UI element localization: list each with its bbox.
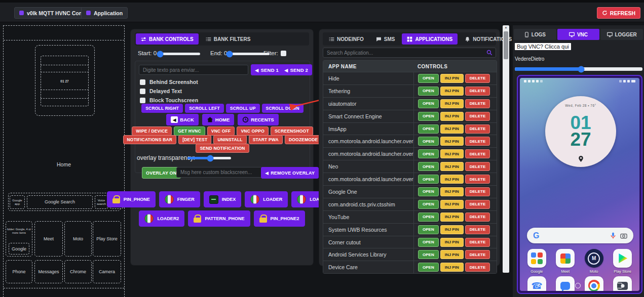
delete-button[interactable]: DELETE (465, 124, 490, 134)
open-button[interactable]: OPEN (418, 175, 439, 184)
wireframe-voice-search[interactable]: Voice search (95, 195, 108, 209)
open-button[interactable]: OPEN (418, 250, 439, 259)
delete-button[interactable]: DELETE (465, 225, 490, 234)
clock-widget[interactable]: Wed, Feb 28 • 76° 01 27 (545, 96, 616, 167)
inj-pin-button[interactable]: INJ PIN (440, 162, 464, 171)
delete-button[interactable]: DELETE (465, 200, 490, 209)
scroll-up-button[interactable]: SCROLL UP (226, 104, 260, 113)
wireframe-google-search[interactable]: Google Search (27, 195, 93, 209)
checkbox-block-touchscreen[interactable] (140, 98, 145, 103)
finger-button[interactable]: FINGER (159, 191, 200, 207)
lens-camera-icon[interactable] (620, 233, 627, 239)
doozemode-button[interactable]: DOOZEMODE (285, 135, 322, 144)
delete-button[interactable]: DELETE (465, 137, 490, 146)
app-google-folder[interactable]: Google (525, 249, 548, 274)
notifications-bar-button[interactable]: NOTIFICATIONS BAR (123, 135, 177, 144)
app-play-store[interactable]: Play Store (611, 249, 634, 274)
mic-icon[interactable] (611, 232, 616, 239)
send2-button[interactable]: ◀SEND 2 (280, 64, 312, 75)
nav-recents-icon[interactable] (615, 283, 622, 288)
scroll-right-button[interactable]: SCROLL RIGHT (141, 104, 183, 113)
nav-back-icon[interactable]: < (538, 282, 541, 289)
open-button[interactable]: OPEN (418, 74, 439, 83)
delete-button[interactable]: DELETE (465, 149, 490, 158)
app-moto[interactable]: M Moto (582, 249, 605, 274)
loader2-button[interactable]: LOADER2 (139, 210, 184, 227)
application-button[interactable]: Application (81, 7, 128, 19)
scrollbar-up-arrow[interactable]: ▲ (503, 26, 509, 29)
delete-button[interactable]: DELETE (465, 213, 490, 222)
wireframe-phone[interactable]: Phone (6, 260, 32, 283)
nav-home-icon[interactable] (575, 283, 581, 288)
vnc-off-button[interactable]: VNC OFF (207, 126, 235, 136)
open-button[interactable]: OPEN (418, 187, 439, 196)
overlay-message-input[interactable] (176, 167, 263, 178)
start-slider[interactable] (159, 53, 200, 55)
delete-button[interactable]: DELETE (465, 175, 490, 184)
delete-button[interactable]: DELETE (465, 162, 490, 171)
wireframe-search-bar[interactable]: Google appGoogle SearchVoice searchVisua… (8, 193, 121, 211)
inj-pin-button[interactable]: INJ PIN (440, 225, 464, 234)
search-icon[interactable] (486, 50, 493, 56)
open-button[interactable]: OPEN (418, 87, 439, 96)
open-button[interactable]: OPEN (418, 200, 439, 209)
delete-button[interactable]: DELETE (465, 263, 490, 272)
tab-logs[interactable]: LOGS (514, 29, 556, 40)
tab-logger[interactable]: LOGGER (600, 29, 643, 40)
inj-pin-button[interactable]: INJ PIN (440, 137, 464, 146)
app-meet[interactable]: Meet (554, 249, 577, 274)
slider-thumb[interactable] (226, 51, 233, 57)
vnc-oppo-button[interactable]: VNC OPPO (237, 126, 268, 136)
inj-pin-button[interactable]: INJ PIN (440, 175, 464, 184)
back-button[interactable]: ◀ BACK (166, 114, 198, 125)
inj-pin-button[interactable]: INJ PIN (440, 99, 464, 108)
inj-pin-button[interactable]: INJ PIN (440, 200, 464, 209)
wireframe-camera[interactable]: Camera (93, 260, 121, 283)
wireframe-messages[interactable]: Messages (34, 260, 63, 283)
slider-thumb[interactable] (207, 155, 213, 161)
inj-pin-button[interactable]: INJ PIN (440, 263, 464, 272)
screenshoot-button[interactable]: SCREENSHOOT (271, 126, 313, 136)
vnc-screen[interactable]: Wed, Feb 28 • 76° 01 27 G (520, 78, 639, 291)
wireframe-clock-inner[interactable]: 01 27 (41, 56, 89, 106)
inj-pin-button[interactable]: INJ PIN (440, 149, 464, 158)
wireframe-play-store[interactable]: Play Store (93, 221, 121, 257)
checkbox-delayed-text[interactable] (140, 89, 145, 94)
send1-button[interactable]: ◀SEND 1 (251, 64, 283, 75)
tab-sms[interactable]: SMS (371, 33, 400, 45)
send-text-input[interactable] (139, 65, 248, 75)
scroll-left-button[interactable]: SCROLL LEFT (185, 104, 224, 113)
open-button[interactable]: OPEN (418, 112, 439, 121)
get-hvnc-button[interactable]: GET HVNC (174, 126, 205, 136)
uninstall-button[interactable]: UNINSTALL (213, 135, 246, 144)
filter-checkbox[interactable] (281, 51, 286, 56)
scroll-down-button[interactable]: SCROLL DOWN (262, 104, 304, 113)
refresh-button[interactable]: REFRESH (597, 7, 640, 19)
inj-pin-button[interactable]: INJ PIN (440, 87, 464, 96)
wireframe-clock-widget[interactable]: 01 27 (35, 45, 95, 116)
wipe-device-button[interactable]: WIPE / DEVICE (132, 126, 172, 136)
open-button[interactable]: OPEN (418, 149, 439, 158)
inj-pin-button[interactable]: INJ PIN (440, 112, 464, 121)
inj-pin-button[interactable]: INJ PIN (440, 250, 464, 259)
checkbox-behind-screenshot[interactable] (140, 79, 145, 85)
wireframe-google-app[interactable]: Google app (10, 195, 25, 209)
send-notification-button[interactable]: SEND NOTIFICATION (196, 144, 249, 153)
delete-button[interactable]: DELETE (465, 99, 490, 108)
index-button[interactable]: INDEX (204, 191, 242, 207)
wireframe-meet[interactable]: Meet (34, 221, 63, 257)
search-application-input[interactable] (323, 48, 496, 58)
start-pwa-button[interactable]: START PWA (249, 135, 283, 144)
pattern-phone-button[interactable]: PATTERN_PHONE (188, 210, 250, 227)
recents-button[interactable]: RECENTS (238, 114, 278, 125)
inj-pin-button[interactable]: INJ PIN (440, 124, 464, 134)
open-button[interactable]: OPEN (418, 124, 439, 134)
overlay-transparency-slider[interactable] (187, 157, 231, 159)
open-button[interactable]: OPEN (418, 99, 439, 108)
loader-button[interactable]: LOADER (245, 191, 288, 207)
tab-applications[interactable]: APPLICATIONS (402, 33, 458, 45)
apps-scrollbar[interactable]: ▲ (503, 25, 509, 273)
slider-thumb[interactable] (157, 51, 164, 57)
inj-pin-button[interactable]: INJ PIN (440, 74, 464, 83)
bug-vnc-link[interactable]: Bug VNC? Clicca qui (515, 43, 571, 50)
